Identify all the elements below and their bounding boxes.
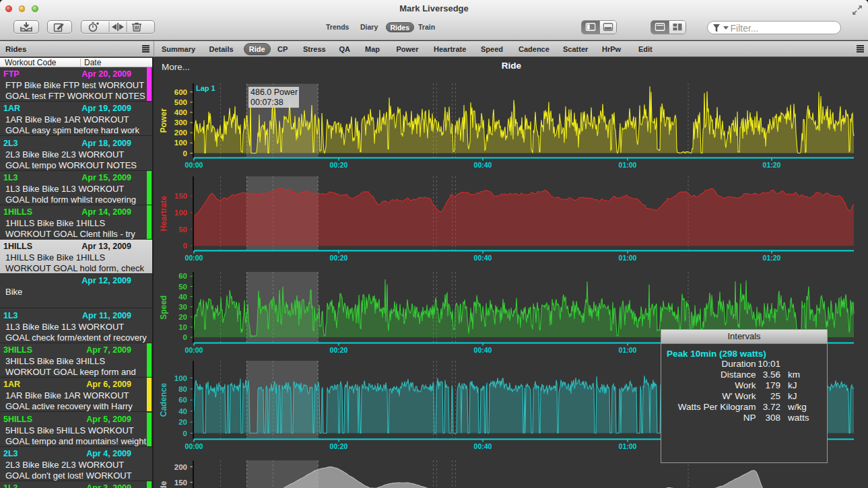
svg-text:50: 50: [178, 283, 187, 291]
svg-text:100: 100: [174, 209, 187, 217]
svg-text:00:40: 00:40: [474, 442, 492, 450]
svg-text:80: 80: [178, 385, 187, 393]
svg-text:00:20: 00:20: [330, 442, 348, 450]
svg-text:300: 300: [174, 118, 187, 127]
svg-text:60: 60: [178, 396, 187, 404]
svg-text:Power: Power: [159, 108, 168, 133]
svg-text:0: 0: [183, 242, 187, 250]
svg-text:200: 200: [174, 463, 187, 471]
svg-text:40: 40: [178, 293, 187, 301]
svg-text:Heartrate: Heartrate: [159, 196, 168, 232]
svg-text:0: 0: [183, 333, 187, 341]
svg-text:00:20: 00:20: [330, 254, 348, 262]
svg-text:100: 100: [174, 374, 187, 382]
svg-text:00:40: 00:40: [474, 254, 492, 262]
svg-text:40: 40: [178, 407, 187, 415]
svg-text:20: 20: [178, 418, 187, 426]
svg-text:20: 20: [178, 313, 187, 321]
svg-text:01:20: 01:20: [763, 254, 781, 262]
svg-text:400: 400: [174, 108, 187, 116]
svg-text:Altitude: Altitude: [159, 481, 168, 488]
svg-text:0: 0: [183, 149, 187, 158]
svg-text:00:20: 00:20: [330, 161, 348, 169]
svg-text:00:40: 00:40: [474, 346, 492, 354]
svg-text:00:00: 00:00: [185, 346, 203, 354]
svg-text:150: 150: [174, 192, 187, 200]
svg-text:00:40: 00:40: [474, 161, 492, 169]
svg-text:60: 60: [178, 272, 187, 280]
svg-text:01:20: 01:20: [763, 161, 781, 169]
svg-text:Cadence: Cadence: [159, 383, 168, 417]
svg-text:00:00: 00:00: [185, 254, 203, 262]
svg-text:01:00: 01:00: [619, 161, 637, 169]
svg-text:00:00: 00:00: [185, 161, 203, 169]
svg-text:100: 100: [174, 139, 187, 147]
svg-text:Lap 1: Lap 1: [196, 84, 215, 92]
svg-text:Speed: Speed: [159, 295, 168, 320]
svg-text:10: 10: [178, 323, 187, 331]
svg-text:150: 150: [174, 479, 187, 487]
svg-text:00:00: 00:00: [185, 442, 203, 450]
svg-text:30: 30: [178, 303, 187, 311]
svg-text:0: 0: [183, 429, 187, 438]
svg-text:01:00: 01:00: [619, 442, 637, 450]
svg-text:600: 600: [174, 88, 187, 96]
svg-text:200: 200: [174, 129, 187, 137]
svg-text:00:20: 00:20: [330, 346, 348, 354]
svg-text:01:00: 01:00: [619, 346, 637, 354]
svg-text:500: 500: [174, 98, 187, 106]
svg-text:50: 50: [178, 225, 187, 234]
svg-text:01:00: 01:00: [619, 254, 637, 262]
